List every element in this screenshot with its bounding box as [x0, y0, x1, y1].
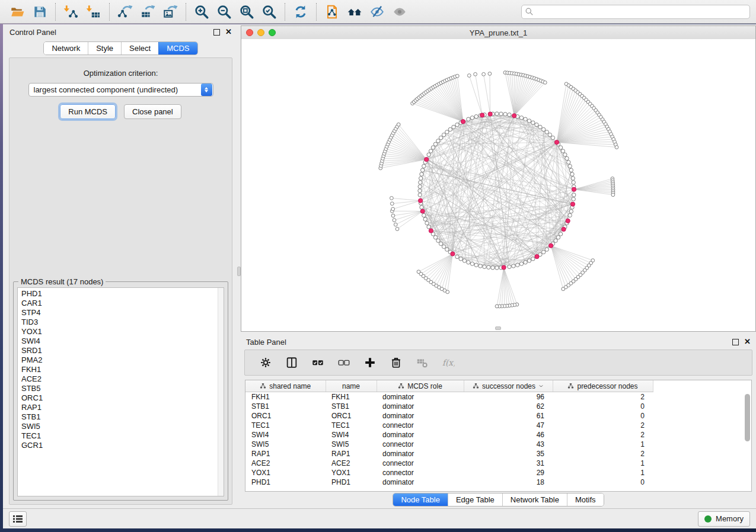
result-node[interactable]: PMA2	[21, 355, 218, 365]
mcds-result-title: MCDS result (17 nodes)	[18, 277, 106, 286]
open-file-button[interactable]	[6, 2, 28, 21]
cell-name: ORC1	[326, 411, 377, 421]
result-node[interactable]: TID3	[21, 318, 218, 327]
result-node[interactable]: SRD1	[21, 346, 218, 355]
tab-style[interactable]: Style	[88, 42, 121, 55]
memory-label: Memory	[716, 514, 744, 523]
show-all-button[interactable]	[388, 2, 411, 21]
table-row[interactable]: SWI5SWI5connector431	[245, 440, 653, 449]
export-table-button[interactable]	[136, 2, 159, 21]
result-list-scrollbar[interactable]	[218, 288, 224, 496]
result-node[interactable]: ACE2	[21, 374, 218, 384]
tab-network[interactable]: Network	[44, 42, 88, 55]
result-node[interactable]: ORC1	[21, 393, 218, 403]
close-panel-icon[interactable]: ✕	[225, 29, 232, 35]
column-header-successor-nodes[interactable]: successor nodes	[464, 380, 553, 392]
toolbar-separator	[109, 3, 110, 21]
result-node[interactable]: PHD1	[21, 289, 218, 299]
result-node[interactable]: SWI5	[21, 422, 218, 431]
tab-select[interactable]: Select	[121, 42, 158, 55]
column-header-predecessor-nodes[interactable]: predecessor nodes	[553, 380, 653, 392]
table-row[interactable]: ORC1ORC1dominator610	[245, 411, 653, 421]
close-table-panel-icon[interactable]: ✕	[744, 339, 751, 345]
deselect-all-button[interactable]	[331, 352, 357, 373]
delete-table-icon	[416, 356, 429, 369]
result-node[interactable]: STB1	[21, 412, 218, 422]
result-node[interactable]: GCR1	[21, 441, 218, 450]
zoom-in-button[interactable]	[190, 2, 213, 21]
result-node[interactable]: CAR1	[21, 299, 218, 308]
settings-gear-button[interactable]	[253, 352, 279, 373]
optimization-select[interactable]: largest connected component (undirected)	[28, 83, 213, 97]
column-header-shared-name[interactable]: shared name	[245, 380, 326, 392]
table-row[interactable]: TEC1TEC1connector472	[245, 421, 653, 430]
import-network-icon	[63, 4, 79, 20]
cell-MCDS-role: dominator	[377, 477, 464, 487]
first-neighbors-button[interactable]	[343, 2, 366, 21]
splitter-grip-horizontal-icon[interactable]	[495, 326, 501, 330]
dominator-node	[425, 158, 429, 162]
column-header-MCDS-role[interactable]: MCDS role	[377, 380, 464, 392]
network-window-titlebar[interactable]: YPA_prune.txt_1	[241, 26, 755, 40]
network-window-title: YPA_prune.txt_1	[241, 28, 755, 37]
network-graph[interactable]	[241, 39, 755, 330]
result-node[interactable]: TEC1	[21, 431, 218, 441]
tab-edge-table[interactable]: Edge Table	[448, 493, 502, 506]
float-panel-icon[interactable]	[213, 29, 220, 36]
dominator-node	[502, 265, 506, 270]
export-image-button[interactable]	[159, 2, 181, 21]
table-row[interactable]: STB1STB1dominator620	[245, 402, 653, 411]
result-node[interactable]: RAP1	[21, 403, 218, 412]
mcds-result-list[interactable]: PHD1CAR1STP4TID3YOX1SWI4SRD1PMA2FKH1ACE2…	[17, 287, 224, 496]
search-box[interactable]	[521, 5, 750, 19]
tab-mcds[interactable]: MCDS	[158, 42, 197, 55]
network-canvas[interactable]	[241, 39, 755, 331]
result-node[interactable]: FKH1	[21, 365, 218, 374]
table-row[interactable]: FKH1FKH1dominator962	[245, 392, 653, 402]
table-row[interactable]: RAP1RAP1dominator352	[245, 449, 653, 459]
tab-motifs[interactable]: Motifs	[567, 493, 604, 506]
float-table-panel-icon[interactable]	[732, 339, 739, 345]
import-table-button[interactable]	[82, 2, 105, 21]
table-scrollbar[interactable]	[745, 393, 750, 489]
network-from-selection-button[interactable]	[321, 2, 343, 21]
zoom-fit-button[interactable]	[235, 2, 258, 21]
status-bar: Memory	[3, 508, 756, 528]
apply-preferred-layout-button[interactable]	[289, 2, 312, 21]
zoom-selected-button[interactable]	[258, 2, 280, 21]
memory-button[interactable]: Memory	[698, 511, 750, 527]
tab-network-table[interactable]: Network Table	[502, 493, 567, 506]
cell-predecessor-nodes: 2	[553, 430, 653, 440]
table-row[interactable]: YOX1YOX1connector291	[245, 468, 653, 477]
select-all-button[interactable]	[305, 352, 331, 373]
cell-shared-name: TEC1	[245, 421, 326, 430]
result-node[interactable]: SWI4	[21, 336, 218, 346]
export-image-icon	[162, 4, 178, 20]
import-network-button[interactable]	[60, 2, 82, 21]
split-view-button[interactable]	[279, 352, 305, 373]
export-network-button[interactable]	[114, 2, 136, 21]
zoom-out-button[interactable]	[213, 2, 235, 21]
add-column-button[interactable]	[357, 352, 383, 373]
close-panel-button[interactable]: Close panel	[124, 104, 181, 119]
result-node[interactable]: STP4	[21, 308, 218, 318]
table-row[interactable]: ACE2ACE2connector311	[245, 459, 653, 468]
delete-column-button[interactable]	[383, 352, 409, 373]
table-row[interactable]: SWI4SWI4dominator462	[245, 430, 653, 440]
save-session-button[interactable]	[28, 2, 51, 21]
hide-selected-button[interactable]	[366, 2, 388, 21]
dominator-node	[429, 229, 433, 233]
tab-node-table[interactable]: Node Table	[393, 493, 448, 506]
result-node[interactable]: YOX1	[21, 327, 218, 336]
table-row[interactable]: PHD1PHD1dominator180	[245, 477, 653, 487]
result-node[interactable]: STB5	[21, 384, 218, 393]
column-header-name[interactable]: name	[326, 380, 377, 392]
search-input[interactable]	[534, 7, 747, 17]
task-history-button[interactable]	[9, 511, 27, 527]
dominator-node	[420, 209, 425, 213]
cell-MCDS-role: dominator	[377, 402, 464, 411]
app-main: Control Panel ✕ NetworkStyleSelectMCDS O…	[3, 24, 756, 528]
table-scrollbar-thumb[interactable]	[745, 394, 750, 441]
run-mcds-button[interactable]: Run MCDS	[60, 104, 116, 119]
cell-predecessor-nodes: 2	[553, 392, 653, 402]
